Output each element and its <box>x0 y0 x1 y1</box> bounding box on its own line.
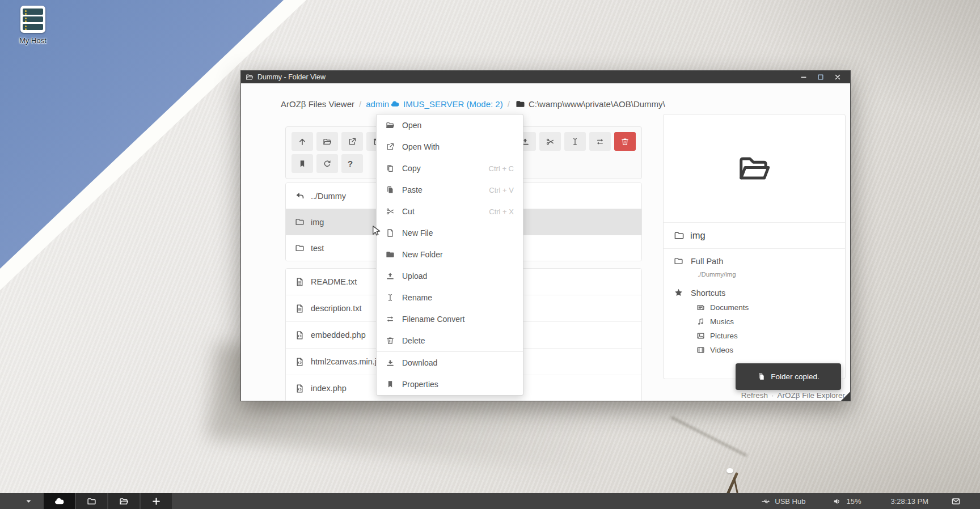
preview-area <box>664 114 845 223</box>
close-button[interactable] <box>834 73 842 81</box>
maximize-button[interactable] <box>817 73 825 81</box>
reply-icon <box>295 191 305 201</box>
taskbar-tile-files[interactable] <box>76 493 107 509</box>
properties-button[interactable] <box>292 154 313 173</box>
brand-link[interactable]: ArOZβ File Explorer <box>777 391 845 400</box>
full-path-value: ./Dummy/img <box>698 271 835 278</box>
server-icon <box>20 6 45 33</box>
folder-view-window: Dummy - Folder View ArOZβ Files Viewer /… <box>240 70 851 401</box>
breadcrumb-user[interactable]: admin <box>366 99 389 109</box>
toast-message: Folder copied. <box>771 372 820 381</box>
menu-item-filename-convert[interactable]: Filename Convert <box>377 308 523 330</box>
menu-item-new-file[interactable]: New File <box>377 222 523 244</box>
folder-icon <box>674 256 683 266</box>
breadcrumb-server[interactable]: IMUS_SERVER (Mode: 2) <box>403 99 503 109</box>
help-button[interactable]: ? <box>341 154 363 173</box>
volume-level: 15% <box>846 497 861 506</box>
tray-usb[interactable]: USB Hub <box>761 497 805 506</box>
external-link-icon <box>348 137 357 146</box>
tray-mail[interactable] <box>951 497 961 506</box>
paste-icon <box>757 372 766 381</box>
taskbar-tile-new[interactable] <box>141 493 172 509</box>
refresh-button[interactable] <box>316 154 338 173</box>
i-beam-icon <box>386 293 395 302</box>
menu-item-copy[interactable]: Copy Ctrl + C <box>377 158 523 179</box>
music-icon <box>696 317 705 326</box>
breadcrumb-path: C:\wamp\www\private\AOB\Dummy\ <box>529 99 665 109</box>
filename-convert-button[interactable] <box>589 132 611 151</box>
shortcut-musics[interactable]: Musics <box>696 317 835 326</box>
arrow-up-icon <box>298 137 307 146</box>
menu-item-upload[interactable]: Upload <box>377 265 523 287</box>
breadcrumb: ArOZβ Files Viewer / admin IMUS_SERVER (… <box>281 99 665 109</box>
window-body: ArOZβ Files Viewer / admin IMUS_SERVER (… <box>241 83 850 401</box>
envelope-icon <box>951 497 961 506</box>
download-icon <box>386 358 395 367</box>
taskbar-tile-folder-view[interactable] <box>108 493 140 509</box>
window-folder-icon <box>246 73 254 81</box>
rename-button[interactable] <box>564 132 586 151</box>
menu-item-cut[interactable]: Cut Ctrl + X <box>377 201 523 222</box>
exchange-icon <box>386 315 395 324</box>
selected-item-name: img <box>664 223 845 249</box>
menu-item-download[interactable]: Download <box>377 351 523 374</box>
open-button[interactable] <box>316 132 338 151</box>
newspaper-icon <box>696 303 705 312</box>
folder-icon <box>674 230 685 241</box>
open-folder-icon <box>119 497 129 506</box>
plus-icon <box>151 497 161 506</box>
folder-icon <box>87 497 96 506</box>
menu-item-properties[interactable]: Properties <box>377 374 523 395</box>
delete-button[interactable] <box>614 132 636 151</box>
resize-handle[interactable] <box>841 392 850 401</box>
cloud-icon <box>54 496 65 507</box>
menu-item-rename[interactable]: Rename <box>377 287 523 308</box>
film-icon <box>696 346 705 354</box>
taskbar: USB Hub 15% 3:28:13 PM <box>0 493 980 509</box>
tray-volume[interactable]: 15% <box>833 497 861 506</box>
show-desktop-chevron-icon[interactable] <box>25 498 32 505</box>
window-titlebar[interactable]: Dummy - Folder View <box>241 71 850 83</box>
folder-icon <box>295 243 305 253</box>
usb-icon <box>761 497 771 506</box>
full-path-header: Full Path <box>674 256 835 266</box>
shortcut-documents[interactable]: Documents <box>696 303 835 312</box>
menu-item-delete[interactable]: Delete <box>377 330 523 351</box>
taskbar-tile-cloud[interactable] <box>44 493 75 509</box>
desktop: My Host Dummy - Folder View ArOZβ Files … <box>0 0 980 509</box>
minimize-button[interactable] <box>800 73 808 81</box>
desktop-icon-my-host[interactable]: My Host <box>10 6 56 45</box>
menu-item-paste[interactable]: Paste Ctrl + V <box>377 179 523 201</box>
shortcuts-header: Shortcuts <box>674 288 835 298</box>
menu-item-open-with[interactable]: Open With <box>377 136 523 158</box>
scissors-icon <box>546 137 555 146</box>
refresh-icon <box>323 159 332 168</box>
file-icon <box>386 228 395 237</box>
cut-button[interactable] <box>539 132 561 151</box>
file-code-icon <box>295 330 305 340</box>
toast-notification: Folder copied. <box>736 363 841 390</box>
question-icon: ? <box>348 159 357 168</box>
shortcut-hint: Ctrl + C <box>489 164 514 173</box>
tray-clock: 3:28:13 PM <box>891 497 929 506</box>
open-with-button[interactable] <box>341 132 363 151</box>
exchange-icon <box>595 137 605 146</box>
cloud-icon <box>390 99 400 109</box>
upload-icon <box>386 272 395 281</box>
speaker-icon <box>833 497 842 506</box>
menu-item-new-folder[interactable]: New Folder <box>377 244 523 265</box>
refresh-link[interactable]: Refresh <box>741 391 768 400</box>
menu-item-open[interactable]: Open <box>377 114 523 136</box>
copy-icon <box>386 164 395 173</box>
folder-icon <box>386 250 395 259</box>
bookmark-icon <box>298 159 307 168</box>
shortcut-pictures[interactable]: Pictures <box>696 332 835 340</box>
up-button[interactable] <box>292 132 313 151</box>
file-text-icon <box>295 304 305 313</box>
file-code-icon <box>295 384 305 393</box>
desktop-icon-label: My Host <box>10 36 56 45</box>
folder-icon <box>516 99 525 109</box>
shortcut-videos[interactable]: Videos <box>696 346 835 354</box>
bookmark-icon <box>386 380 395 389</box>
mouse-cursor <box>370 224 383 237</box>
